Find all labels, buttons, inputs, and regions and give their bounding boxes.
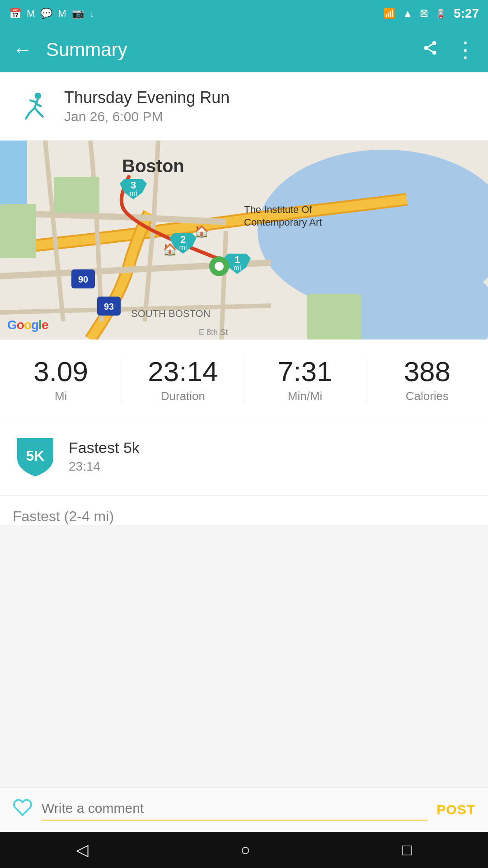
calories-label: Calories [406, 389, 449, 403]
calendar-icon: 📅 [9, 8, 21, 19]
partial-achievement: Fastest (2-4 mi) [0, 495, 488, 525]
svg-text:90: 90 [78, 274, 88, 284]
pace-label: Min/Mi [288, 389, 323, 403]
svg-rect-17 [0, 204, 36, 258]
bluetooth-icon: 📶 [383, 8, 395, 19]
distance-value: 3.09 [33, 358, 88, 386]
download-icon: ↓ [89, 8, 94, 19]
svg-rect-19 [307, 294, 361, 340]
stats-row: 3.09 Mi 23:14 Duration 7:31 Min/Mi 388 C… [0, 340, 488, 417]
sim-icon: ☒ [420, 8, 428, 19]
badge-5k: 5K [13, 434, 58, 479]
svg-line-10 [26, 113, 29, 119]
bottom-nav: ◁ ○ □ [0, 832, 488, 868]
svg-point-0 [432, 41, 436, 45]
duration-label: Duration [161, 389, 205, 403]
svg-text:mi: mi [234, 264, 241, 272]
svg-text:mi: mi [130, 189, 137, 197]
app-bar-actions: ⋮ [422, 37, 475, 62]
share-button[interactable] [422, 40, 438, 60]
post-button[interactable]: POST [436, 802, 475, 817]
map-container[interactable]: Boston SOUTH BOSTON The Institute Of Con… [0, 141, 488, 340]
stat-duration: 23:14 Duration [122, 358, 244, 403]
svg-line-12 [39, 113, 43, 117]
svg-point-1 [424, 46, 428, 50]
svg-text:SOUTH BOSTON: SOUTH BOSTON [131, 308, 211, 319]
page-title: Summary [46, 39, 422, 61]
svg-point-2 [432, 51, 436, 55]
svg-text:93: 93 [104, 302, 114, 311]
partial-achievement-title: Fastest (2-4 mi) [13, 508, 114, 524]
svg-point-5 [35, 93, 41, 99]
activity-icon [13, 86, 53, 127]
svg-point-35 [215, 262, 224, 271]
nav-recent-button[interactable]: □ [402, 840, 412, 859]
achievement-title: Fastest 5k [69, 439, 140, 457]
svg-line-7 [30, 100, 37, 102]
svg-text:The Institute Of: The Institute Of [244, 204, 312, 215]
svg-line-9 [29, 108, 34, 113]
status-bar: 📅 M 💬 M 📷 ↓ 📶 ▲ ☒ 🪫 5:27 [0, 0, 488, 27]
photo-icon: 📷 [72, 8, 84, 19]
google-logo: Google [7, 318, 48, 332]
stat-distance: 3.09 Mi [0, 358, 122, 403]
activity-date: Jan 26, 6:00 PM [64, 109, 230, 124]
nav-home-button[interactable]: ○ [240, 840, 250, 859]
duration-value: 23:14 [148, 358, 218, 386]
gmail-icon: M [27, 8, 35, 19]
wifi-icon: ▲ [403, 8, 413, 19]
achievement-value: 23:14 [69, 459, 140, 474]
more-options-button[interactable]: ⋮ [455, 37, 475, 62]
messaging-icon: 💬 [40, 8, 52, 19]
gmail2-icon: M [58, 8, 66, 19]
svg-text:Contemporary Art: Contemporary Art [244, 217, 322, 228]
status-icons-left: 📅 M 💬 M 📷 ↓ [9, 8, 94, 19]
activity-info: Thursday Evening Run Jan 26, 6:00 PM [64, 88, 230, 124]
activity-header: Thursday Evening Run Jan 26, 6:00 PM [0, 72, 488, 141]
calories-value: 388 [404, 358, 450, 386]
svg-text:E 8th St: E 8th St [199, 328, 228, 337]
distance-label: Mi [55, 389, 67, 403]
svg-line-4 [428, 44, 432, 47]
svg-rect-18 [54, 177, 99, 213]
activity-title: Thursday Evening Run [64, 88, 230, 107]
svg-text:🏠: 🏠 [194, 224, 209, 239]
svg-text:mi: mi [179, 244, 187, 251]
achievement-item: 5K Fastest 5k 23:14 [0, 417, 488, 495]
nav-back-button[interactable]: ◁ [76, 840, 89, 859]
comment-input-wrapper[interactable] [42, 799, 427, 821]
stat-pace: 7:31 Min/Mi [244, 358, 366, 403]
clock: 5:27 [454, 6, 479, 21]
svg-text:Boston: Boston [122, 156, 184, 176]
pace-value: 7:31 [278, 358, 333, 386]
heart-icon[interactable] [13, 797, 33, 822]
achievement-info: Fastest 5k 23:14 [69, 439, 140, 474]
stat-calories: 388 Calories [366, 358, 488, 403]
battery-icon: 🪫 [435, 8, 446, 19]
back-button[interactable]: ← [13, 38, 33, 61]
app-bar: ← Summary ⋮ [0, 27, 488, 72]
comment-input[interactable] [42, 799, 427, 820]
svg-text:🏠: 🏠 [163, 242, 178, 257]
svg-line-3 [428, 49, 432, 52]
comment-bar: POST [0, 787, 488, 832]
svg-text:5K: 5K [26, 448, 45, 464]
status-icons-right: 📶 ▲ ☒ 🪫 5:27 [383, 6, 479, 21]
